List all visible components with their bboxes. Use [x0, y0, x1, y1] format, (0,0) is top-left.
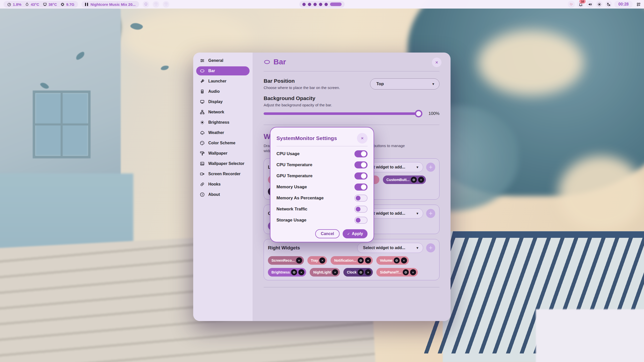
sidebar-item-brightness[interactable]: Brightness — [196, 118, 250, 127]
chip-settings-button[interactable]: ⚙ — [358, 257, 364, 263]
chip-label: SidePanelT... — [380, 270, 401, 274]
widget-chip-clock[interactable]: Clock ⚙ × — [343, 268, 373, 277]
skull-button[interactable] — [143, 1, 149, 8]
pause-icon[interactable] — [85, 3, 88, 6]
sidebar-item-color-scheme[interactable]: Color Scheme — [196, 139, 250, 148]
heart-button[interactable]: ♡ — [153, 1, 159, 8]
workspace-dot[interactable] — [319, 3, 322, 6]
media-player-pill[interactable]: Nightcore Music Mix 20... — [82, 1, 139, 8]
background-opacity-slider[interactable] — [264, 112, 422, 115]
sidebar-item-display[interactable]: Display — [196, 97, 250, 106]
dashboard-button[interactable] — [635, 1, 642, 8]
wallpaper-railing — [422, 231, 644, 353]
heart-button[interactable]: ♡ — [163, 1, 169, 8]
gpu-temp-stat: 38°C — [43, 2, 57, 7]
tray-app-button[interactable] — [568, 1, 575, 8]
gpu-temp-value: 38°C — [49, 2, 57, 7]
widget-chip-sidepanel[interactable]: SidePanelT... ⚙ × — [376, 268, 418, 277]
add-widget-button[interactable]: + — [426, 209, 435, 218]
widget-chip-nightlight[interactable]: NightLight × — [310, 268, 340, 277]
chip-settings-button[interactable]: ⚙ — [411, 177, 417, 183]
volume-button[interactable] — [586, 1, 593, 8]
cpu-temp-stat: 43°C — [25, 2, 39, 7]
gpu-temperature-toggle[interactable] — [354, 172, 368, 179]
widget-chip-screenrecorder[interactable]: ScreenReco... × — [268, 256, 304, 265]
slider-knob[interactable] — [415, 110, 422, 117]
sidebar-item-wallpaper[interactable]: Wallpaper — [196, 149, 250, 158]
memory-usage-toggle[interactable] — [354, 184, 368, 191]
night-light-button[interactable] — [605, 1, 612, 8]
chip-settings-button[interactable]: ⚙ — [358, 269, 364, 275]
workspace-dot[interactable] — [313, 3, 317, 6]
cancel-button[interactable]: Cancel — [315, 229, 339, 238]
cpu-temp-value: 43°C — [31, 2, 39, 7]
sidebar-item-label: General — [208, 58, 223, 63]
chip-remove-button[interactable]: × — [332, 269, 338, 275]
cpu-usage-toggle[interactable] — [354, 150, 368, 157]
bar-position-dropdown[interactable]: Top ▾ — [370, 78, 439, 89]
cpu-temperature-toggle[interactable] — [354, 161, 368, 168]
chip-remove-button[interactable]: × — [401, 257, 407, 263]
slider-fill — [264, 112, 418, 115]
sidebar-item-label: About — [208, 192, 220, 197]
sidebar-item-weather[interactable]: Weather — [196, 128, 250, 137]
heart-icon: ♡ — [154, 2, 157, 7]
window-close-button[interactable]: × — [432, 58, 441, 67]
toggle-label: Memory As Percentage — [276, 196, 324, 201]
link-icon — [200, 182, 205, 187]
toggle-row-memory-usage: Memory Usage — [276, 182, 368, 193]
add-widget-placeholder: Select widget to add... — [363, 246, 405, 250]
memory-as-percentage-toggle[interactable] — [354, 195, 368, 202]
sidebar-item-label: Network — [208, 110, 224, 114]
add-widget-button[interactable]: + — [426, 243, 435, 252]
widget-chip-custombutton[interactable]: CustomButt... ⚙ × — [383, 175, 426, 184]
wallpaper-leaf — [130, 20, 144, 33]
widget-chip-brightness[interactable]: Brightness ⚙ × — [268, 268, 306, 277]
sidebar-item-audio[interactable]: Audio — [196, 87, 250, 96]
chip-remove-button[interactable]: × — [365, 269, 371, 275]
system-stats-pill[interactable]: 1.8% 43°C 38°C 9.7G — [4, 1, 78, 8]
storage-usage-toggle[interactable] — [354, 217, 368, 224]
sidebar-item-bar[interactable]: Bar — [196, 66, 250, 75]
sidebar-item-network[interactable]: Network — [196, 108, 250, 117]
chevron-down-icon: ▾ — [416, 246, 418, 250]
brightness-button[interactable] — [596, 1, 603, 8]
chip-settings-button[interactable]: ⚙ — [394, 257, 400, 263]
chip-remove-button[interactable]: × — [319, 257, 325, 263]
workspace-dot[interactable] — [302, 3, 306, 6]
workspace-switcher[interactable] — [299, 1, 345, 8]
workspace-dot[interactable] — [325, 3, 328, 6]
sidebar-item-label: Wallpaper — [208, 151, 227, 156]
widget-chip-notifications[interactable]: Notification... ⚙ × — [331, 256, 373, 265]
chip-settings-button[interactable]: ⚙ — [403, 269, 409, 275]
clock[interactable]: 00:28 — [614, 1, 633, 8]
modal-close-button[interactable]: × — [357, 133, 368, 144]
chip-remove-button[interactable]: × — [410, 269, 416, 275]
chip-remove-button[interactable]: × — [365, 257, 371, 263]
bar-position-label: Bar Position — [264, 78, 340, 84]
add-widget-button[interactable]: + — [426, 163, 435, 172]
sidebar-item-label: Audio — [208, 89, 220, 94]
widget-chip-volume[interactable]: Volume ⚙ × — [376, 256, 409, 265]
monitor-icon — [200, 99, 205, 104]
right-widgets-add-dropdown[interactable]: Select widget to add... ▾ — [357, 243, 423, 253]
sidebar-item-screen-recorder[interactable]: Screen Recorder — [196, 169, 250, 178]
sidebar-item-general[interactable]: General — [196, 56, 250, 65]
memory-value: 9.7G — [66, 2, 74, 7]
apply-button[interactable]: ✓ Apply — [343, 229, 368, 238]
workspace-dot[interactable] — [308, 3, 311, 6]
chip-settings-button[interactable]: ⚙ — [291, 269, 297, 275]
notifications-button[interactable]: 10 — [577, 1, 584, 8]
sidebar-item-label: Hooks — [208, 182, 221, 187]
sidebar-item-launcher[interactable]: Launcher — [196, 77, 250, 86]
chip-remove-button[interactable]: × — [296, 257, 302, 263]
widget-chip-tray[interactable]: Tray × — [307, 256, 327, 265]
sidebar-item-wallpaper-selector[interactable]: Wallpaper Selector — [196, 159, 250, 168]
workspace-active-indicator[interactable] — [330, 3, 342, 6]
chip-remove-button[interactable]: × — [418, 177, 424, 183]
chip-remove-button[interactable]: × — [298, 269, 304, 275]
rocket-icon — [200, 79, 205, 84]
sidebar-item-hooks[interactable]: Hooks — [196, 180, 250, 189]
sidebar-item-about[interactable]: About — [196, 190, 250, 199]
network-traffic-toggle[interactable] — [354, 206, 368, 213]
